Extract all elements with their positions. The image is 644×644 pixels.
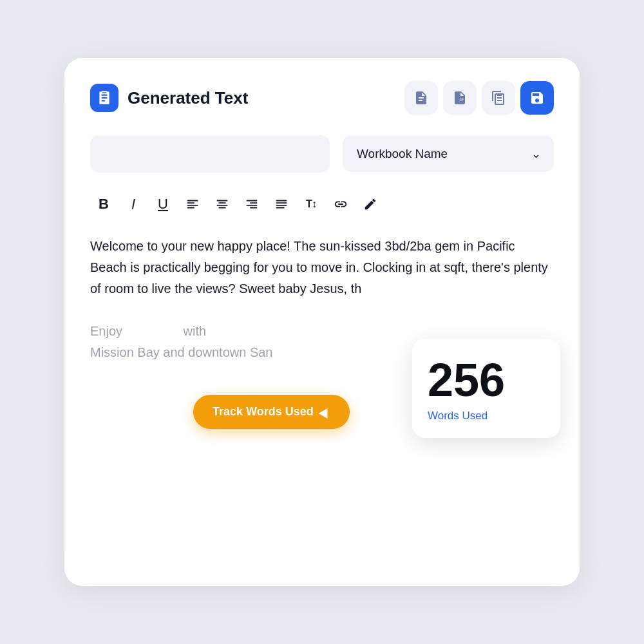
align-left-button[interactable] — [179, 191, 206, 218]
words-used-card: 256 Words Used — [412, 339, 560, 438]
export-doc-button[interactable] — [404, 81, 438, 115]
align-center-button[interactable] — [209, 191, 236, 218]
words-label: Words Used — [428, 410, 545, 422]
workbook-select[interactable]: Workbook Name My Workbook Real Estate Do… — [343, 135, 554, 172]
content-area: Welcome to your new happy place! The sun… — [90, 236, 554, 480]
track-words-label: Track Words Used — [213, 405, 314, 419]
document-content-faded: Enjoy withMission Bay and downtown San — [90, 324, 273, 359]
document-name-input[interactable]: New Document — [90, 135, 330, 173]
export-pdf-button[interactable] — [443, 81, 477, 115]
main-card: Generated Text — [64, 58, 580, 586]
italic-button[interactable]: I — [120, 191, 147, 218]
document-row: New Document Workbook Name My Workbook R… — [90, 135, 554, 173]
save-button[interactable] — [520, 81, 554, 115]
track-words-button[interactable]: Track Words Used — [193, 395, 350, 429]
app-logo-icon — [90, 84, 118, 112]
copy-button[interactable] — [482, 81, 515, 115]
app-title: Generated Text — [128, 88, 248, 108]
document-content-visible: Welcome to your new happy place! The sun… — [90, 239, 548, 296]
bold-button[interactable]: B — [90, 191, 117, 218]
header: Generated Text — [90, 81, 554, 115]
words-count: 256 — [428, 357, 545, 403]
export-toolbar — [404, 81, 554, 115]
link-button[interactable] — [327, 191, 354, 218]
arrow-icon — [318, 405, 332, 418]
justify-button[interactable] — [268, 191, 295, 218]
font-size-button[interactable]: T↕ — [298, 191, 325, 218]
pen-button[interactable] — [357, 191, 384, 218]
align-right-button[interactable] — [238, 191, 265, 218]
logo-area: Generated Text — [90, 84, 248, 112]
format-toolbar: B I U T↕ — [90, 191, 554, 220]
workbook-wrapper: Workbook Name My Workbook Real Estate Do… — [343, 135, 554, 173]
underline-button[interactable]: U — [149, 191, 176, 218]
